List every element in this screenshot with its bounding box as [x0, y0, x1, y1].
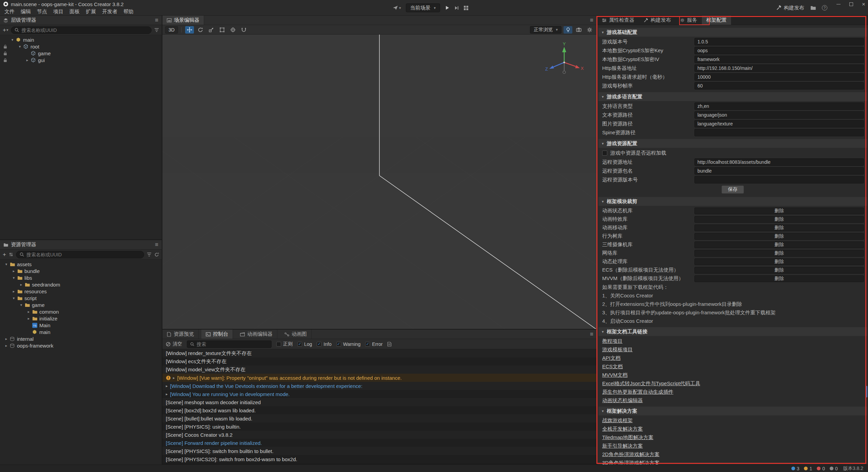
- scene-select[interactable]: 当前场景 ▾: [406, 3, 440, 12]
- filter-info-checkbox[interactable]: ✓ Info: [317, 341, 331, 347]
- expand-caret-icon[interactable]: ▸: [166, 392, 168, 396]
- snap-tool-button[interactable]: [239, 26, 248, 34]
- collapse-logs-icon[interactable]: [387, 342, 392, 347]
- tab-animation-editor[interactable]: 动画编辑器: [236, 330, 277, 339]
- console-log-row[interactable]: ▸[Window] Download the Vue Devtools exte…: [162, 382, 597, 390]
- view-gizmo[interactable]: Y X Z: [544, 42, 585, 83]
- menu-edit[interactable]: 编辑: [18, 7, 34, 16]
- close-icon[interactable]: ×: [862, 1, 865, 7]
- checkbox-icon[interactable]: [602, 151, 607, 156]
- minimize-icon[interactable]: [836, 4, 841, 4]
- expand-caret-icon[interactable]: ▸: [173, 376, 175, 380]
- tree-caret-icon[interactable]: ▸: [18, 282, 24, 287]
- tree-node[interactable]: main: [0, 329, 162, 335]
- field-input[interactable]: [694, 64, 864, 72]
- preview-target-icon[interactable]: ▾: [393, 5, 401, 11]
- section-header[interactable]: ▾游戏资源配置: [598, 139, 867, 148]
- tree-caret-icon[interactable]: ▸: [11, 269, 17, 273]
- field-input[interactable]: [694, 73, 864, 81]
- tree-caret-icon[interactable]: ▾: [18, 303, 24, 307]
- tab-service[interactable]: 服务: [676, 16, 702, 25]
- tree-node[interactable]: ▸oops-framework: [0, 342, 162, 349]
- module-delete-button[interactable]: 删除: [694, 233, 864, 240]
- panel-menu-icon[interactable]: ≡: [155, 17, 158, 24]
- console-log-row[interactable]: [Scene] Forward render pipeline initiali…: [162, 439, 597, 447]
- module-delete-button[interactable]: 删除: [694, 258, 864, 265]
- hierarchy-search-input[interactable]: [21, 27, 148, 33]
- field-input[interactable]: [694, 120, 864, 127]
- section-header[interactable]: ▾游戏基础配置: [598, 28, 867, 37]
- doc-link[interactable]: 原生包热更新配置自动生成插件: [602, 389, 673, 395]
- console-log-row[interactable]: [Scene] [box2d]:box2d wasm lib loaded.: [162, 406, 597, 414]
- tree-node[interactable]: ▾root: [0, 43, 162, 50]
- lock-icon[interactable]: [1, 51, 9, 56]
- panel-menu-icon[interactable]: ≡: [590, 17, 593, 24]
- console-log-row[interactable]: [Scene] [PHYSICS]: switch from builtin t…: [162, 447, 597, 455]
- tree-caret-icon[interactable]: ▾: [17, 44, 23, 49]
- status-count[interactable]: 0: [817, 466, 825, 471]
- add-asset-button[interactable]: +: [3, 251, 6, 258]
- filter-warning-checkbox[interactable]: ✓ Warning: [336, 341, 361, 347]
- console-log-row[interactable]: [Scene] meshopt wasm decoder initialized: [162, 398, 597, 406]
- inspector-scrollbar[interactable]: [866, 386, 867, 397]
- maximize-icon[interactable]: [849, 2, 853, 6]
- module-delete-button[interactable]: 删除: [694, 224, 864, 231]
- lock-icon[interactable]: [1, 58, 9, 62]
- console-log-row[interactable]: [Window] render_texture文件夹不存在: [162, 349, 597, 357]
- doc-link[interactable]: 动画状态机编辑器: [602, 397, 643, 403]
- menu-panel[interactable]: 面板: [66, 7, 83, 16]
- console-log-row[interactable]: [Scene] [bullet]:bullet wasm lib loaded.: [162, 414, 597, 422]
- menu-file[interactable]: 文件: [1, 7, 18, 16]
- field-input[interactable]: [694, 38, 864, 45]
- rotate-tool-button[interactable]: [196, 26, 205, 34]
- tree-node[interactable]: ▸bundle: [0, 268, 162, 274]
- doc-link[interactable]: Excel格式转Json文件与TypeScript代码工具: [602, 380, 700, 386]
- rect-tool-button[interactable]: [218, 26, 226, 34]
- field-input[interactable]: [694, 82, 864, 90]
- menu-developer[interactable]: 开发者: [99, 7, 120, 16]
- section-header[interactable]: ▾框架模块裁剪: [598, 197, 867, 206]
- tree-node[interactable]: ▾game: [0, 301, 162, 308]
- expand-caret-icon[interactable]: ▸: [166, 384, 168, 388]
- panel-menu-icon[interactable]: ≡: [155, 241, 158, 248]
- scene-viewport[interactable]: Y X Z: [162, 35, 597, 329]
- section-header[interactable]: ▾框架解决方案: [598, 407, 867, 415]
- field-input[interactable]: [694, 56, 864, 63]
- build-publish-button[interactable]: 构建发布: [776, 5, 804, 11]
- module-delete-button[interactable]: 删除: [694, 241, 864, 248]
- console-search-input[interactable]: [197, 341, 268, 347]
- tree-caret-icon[interactable]: ▸: [11, 289, 17, 294]
- tree-node[interactable]: ▾libs: [0, 274, 162, 281]
- tab-framework-config[interactable]: 框架配置: [702, 16, 731, 25]
- field-input[interactable]: [694, 47, 864, 54]
- console-log-row[interactable]: [Scene] [PHYSICS2D]: switch from box2d-w…: [162, 455, 597, 463]
- regex-toggle[interactable]: 正则: [276, 341, 293, 347]
- tree-caret-icon[interactable]: ▾: [11, 276, 17, 280]
- tab-console[interactable]: 控制台: [201, 330, 233, 339]
- tree-caret-icon[interactable]: ▸: [26, 316, 32, 321]
- console-log-row[interactable]: ▸[Window] You are running Vue in develop…: [162, 390, 597, 398]
- menu-help[interactable]: 帮助: [120, 7, 137, 16]
- tree-caret-icon[interactable]: ▸: [3, 337, 9, 341]
- refresh-icon[interactable]: [154, 252, 159, 257]
- transform-tool-button[interactable]: [229, 26, 237, 34]
- tab-asset-preview[interactable]: 资源预览: [162, 330, 199, 339]
- tree-node[interactable]: ▸seedrandom: [0, 281, 162, 288]
- status-count[interactable]: 1: [804, 466, 812, 471]
- doc-link[interactable]: 全栈开发解决方案: [602, 426, 643, 432]
- tree-caret-icon[interactable]: ▸: [26, 310, 32, 314]
- tree-node[interactable]: ▾assets: [0, 261, 162, 268]
- tab-build-publish[interactable]: 构建发布: [639, 16, 676, 25]
- doc-link[interactable]: Tiledmap地图解决方案: [602, 434, 653, 440]
- field-input[interactable]: [694, 158, 864, 166]
- console-log-row[interactable]: [Scene] Cocos Creator v3.8.2: [162, 431, 597, 439]
- tree-node[interactable]: ▸resources: [0, 288, 162, 295]
- field-input[interactable]: [694, 176, 864, 183]
- lock-icon[interactable]: [1, 44, 9, 49]
- doc-link[interactable]: MVVM文档: [602, 372, 628, 378]
- folder-icon[interactable]: [810, 5, 816, 10]
- filter-icon[interactable]: [154, 28, 159, 32]
- tree-caret-icon[interactable]: ▾: [3, 262, 9, 267]
- tab-scene-editor[interactable]: 场景编辑器: [162, 16, 204, 25]
- view-mode-select[interactable]: 正常浏览 ▾: [530, 26, 561, 34]
